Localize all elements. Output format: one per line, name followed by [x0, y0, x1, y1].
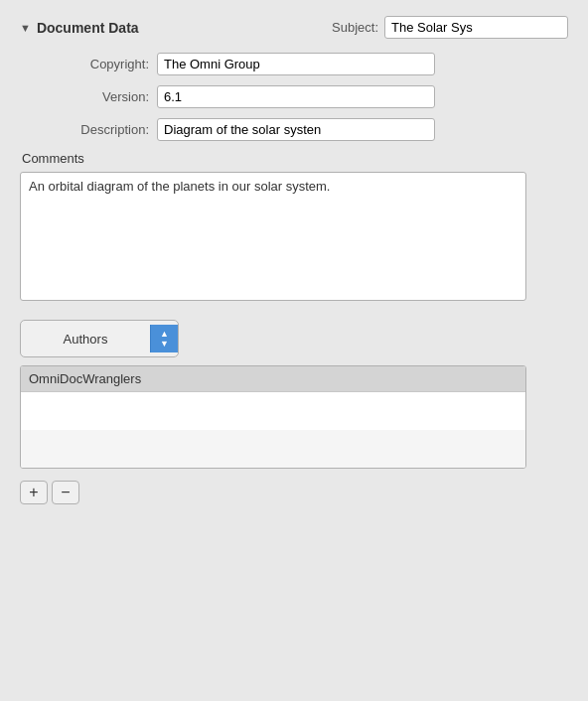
authors-control-row: Authors ▲ ▼: [20, 320, 568, 357]
section-title: Document Data: [37, 20, 139, 36]
comments-section: Comments An orbital diagram of the plane…: [20, 151, 568, 304]
list-item[interactable]: OmniDocWranglers: [21, 366, 525, 392]
subject-group: Subject:: [332, 16, 568, 39]
add-button[interactable]: +: [20, 481, 48, 504]
authors-section: Authors ▲ ▼ OmniDocWranglers + −: [20, 320, 568, 504]
version-input[interactable]: [157, 85, 435, 108]
triangle-icon[interactable]: ▼: [20, 22, 31, 34]
description-row: Description:: [50, 118, 568, 141]
authors-list: OmniDocWranglers: [20, 365, 526, 469]
authors-button[interactable]: Authors ▲ ▼: [20, 320, 179, 357]
authors-spinner[interactable]: ▲ ▼: [150, 325, 178, 352]
authors-list-empty-1: [21, 392, 525, 430]
description-input[interactable]: [157, 118, 435, 141]
spinner-up-icon: ▲: [160, 330, 169, 339]
form-rows: Copyright: Version: Description:: [50, 53, 568, 141]
copyright-input[interactable]: [157, 53, 435, 75]
section-header: ▼ Document Data Subject:: [20, 16, 568, 39]
comments-textarea[interactable]: An orbital diagram of the planets in our…: [20, 172, 526, 301]
authors-list-empty-2: [21, 430, 525, 468]
bottom-buttons: + −: [20, 481, 568, 504]
comments-label: Comments: [22, 151, 568, 166]
subject-label: Subject:: [332, 20, 378, 35]
remove-button[interactable]: −: [52, 481, 79, 504]
spinner-down-icon: ▼: [160, 340, 169, 349]
copyright-row: Copyright:: [50, 53, 568, 75]
subject-input[interactable]: [384, 16, 568, 39]
version-label: Version:: [50, 89, 149, 104]
description-label: Description:: [50, 122, 149, 137]
authors-button-label: Authors: [21, 330, 150, 349]
copyright-label: Copyright:: [50, 57, 149, 71]
version-row: Version:: [50, 85, 568, 108]
